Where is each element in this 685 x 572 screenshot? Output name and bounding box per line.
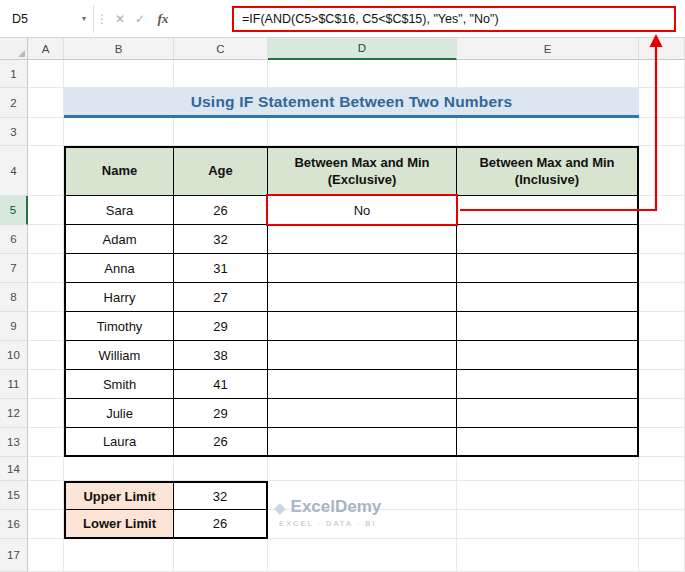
cell-C7[interactable]: 31 (174, 254, 268, 283)
limit-value-upper[interactable]: 32 (174, 481, 268, 510)
row-header-2[interactable]: 2 (0, 88, 28, 118)
cell-D13[interactable] (268, 428, 457, 457)
cell-A6[interactable] (28, 225, 64, 254)
row-header-9[interactable]: 9 (0, 312, 28, 341)
row-header-10[interactable]: 10 (0, 341, 28, 370)
cell-C17[interactable] (174, 539, 268, 572)
cell-F4[interactable] (639, 146, 685, 196)
cell-D11[interactable] (268, 370, 457, 399)
cell-E10[interactable] (457, 341, 639, 370)
cell-E6[interactable] (457, 225, 639, 254)
column-header-E[interactable]: E (457, 38, 639, 60)
row-header-1[interactable]: 1 (0, 60, 28, 88)
cell-E7[interactable] (457, 254, 639, 283)
row-header-14[interactable]: 14 (0, 457, 28, 481)
row-header-15[interactable]: 15 (0, 481, 28, 510)
cell-A17[interactable] (28, 539, 64, 572)
cell-C11[interactable]: 41 (174, 370, 268, 399)
cell-E8[interactable] (457, 283, 639, 312)
formula-input[interactable]: =IF(AND(C5>$C$16, C5<$C$15), "Yes", "No"… (232, 6, 676, 32)
cell-E5[interactable] (457, 196, 639, 225)
cell-A13[interactable] (28, 428, 64, 457)
cell-E9[interactable] (457, 312, 639, 341)
cell-C3[interactable] (174, 118, 268, 146)
row-header-4[interactable]: 4 (0, 146, 28, 196)
insert-function-icon[interactable]: fx (150, 11, 176, 27)
cell-D16[interactable] (268, 510, 457, 539)
row-header-3[interactable]: 3 (0, 118, 28, 146)
cell-C9[interactable]: 29 (174, 312, 268, 341)
cell-A15[interactable] (28, 481, 64, 510)
name-box[interactable]: D5 ▾ (0, 5, 94, 33)
limit-value-lower[interactable]: 26 (174, 510, 268, 539)
table-header-B4[interactable]: Name (64, 146, 174, 196)
cell-C12[interactable]: 29 (174, 399, 268, 428)
row-header-17[interactable]: 17 (0, 539, 28, 572)
column-header-B[interactable]: B (64, 38, 174, 60)
cell-F14[interactable] (639, 457, 685, 481)
cell-B11[interactable]: Smith (64, 370, 174, 399)
cell-D6[interactable] (268, 225, 457, 254)
cell-F12[interactable] (639, 399, 685, 428)
row-header-7[interactable]: 7 (0, 254, 28, 283)
cell-E17[interactable] (457, 539, 639, 572)
row-header-13[interactable]: 13 (0, 428, 28, 457)
cell-D3[interactable] (268, 118, 457, 146)
cell-C8[interactable]: 27 (174, 283, 268, 312)
column-header-A[interactable]: A (28, 38, 64, 60)
column-header-C[interactable]: C (174, 38, 268, 60)
cell-F6[interactable] (639, 225, 685, 254)
cell-A7[interactable] (28, 254, 64, 283)
cell-D9[interactable] (268, 312, 457, 341)
cell-D14[interactable] (268, 457, 457, 481)
cell-F7[interactable] (639, 254, 685, 283)
cell-C5[interactable]: 26 (174, 196, 268, 225)
cell-A9[interactable] (28, 312, 64, 341)
row-header-12[interactable]: 12 (0, 399, 28, 428)
cell-E14[interactable] (457, 457, 639, 481)
cell-A10[interactable] (28, 341, 64, 370)
cell-E15[interactable] (457, 481, 639, 510)
cell-F8[interactable] (639, 283, 685, 312)
cell-A14[interactable] (28, 457, 64, 481)
cell-B1[interactable] (64, 60, 174, 88)
row-header-8[interactable]: 8 (0, 283, 28, 312)
cell-E13[interactable] (457, 428, 639, 457)
cell-B7[interactable]: Anna (64, 254, 174, 283)
cell-B14[interactable] (64, 457, 174, 481)
cell-B12[interactable]: Julie (64, 399, 174, 428)
limit-label-upper[interactable]: Upper Limit (64, 481, 174, 510)
cell-B10[interactable]: William (64, 341, 174, 370)
limit-label-lower[interactable]: Lower Limit (64, 510, 174, 539)
cell-B9[interactable]: Timothy (64, 312, 174, 341)
cell-F3[interactable] (639, 118, 685, 146)
cell-E16[interactable] (457, 510, 639, 539)
select-all-corner[interactable] (0, 38, 28, 60)
cell-B5[interactable]: Sara (64, 196, 174, 225)
cell-A5[interactable] (28, 196, 64, 225)
cell-F9[interactable] (639, 312, 685, 341)
cell-A2[interactable] (28, 88, 64, 118)
cell-B6[interactable]: Adam (64, 225, 174, 254)
cell-B17[interactable] (64, 539, 174, 572)
cell-E11[interactable] (457, 370, 639, 399)
row-header-16[interactable]: 16 (0, 510, 28, 539)
row-header-11[interactable]: 11 (0, 370, 28, 399)
enter-icon[interactable]: ✓ (130, 12, 150, 26)
cell-A16[interactable] (28, 510, 64, 539)
cell-E3[interactable] (457, 118, 639, 146)
cell-A3[interactable] (28, 118, 64, 146)
cell-A1[interactable] (28, 60, 64, 88)
cell-D17[interactable] (268, 539, 457, 572)
cell-F10[interactable] (639, 341, 685, 370)
cell-A8[interactable] (28, 283, 64, 312)
cell-F15[interactable] (639, 481, 685, 510)
title-cell[interactable]: Using IF Statement Between Two Numbers (64, 88, 639, 118)
cell-D7[interactable] (268, 254, 457, 283)
row-header-6[interactable]: 6 (0, 225, 28, 254)
cell-F13[interactable] (639, 428, 685, 457)
cell-A12[interactable] (28, 399, 64, 428)
cell-E1[interactable] (457, 60, 639, 88)
cell-F16[interactable] (639, 510, 685, 539)
row-header-5[interactable]: 5 (0, 196, 28, 225)
